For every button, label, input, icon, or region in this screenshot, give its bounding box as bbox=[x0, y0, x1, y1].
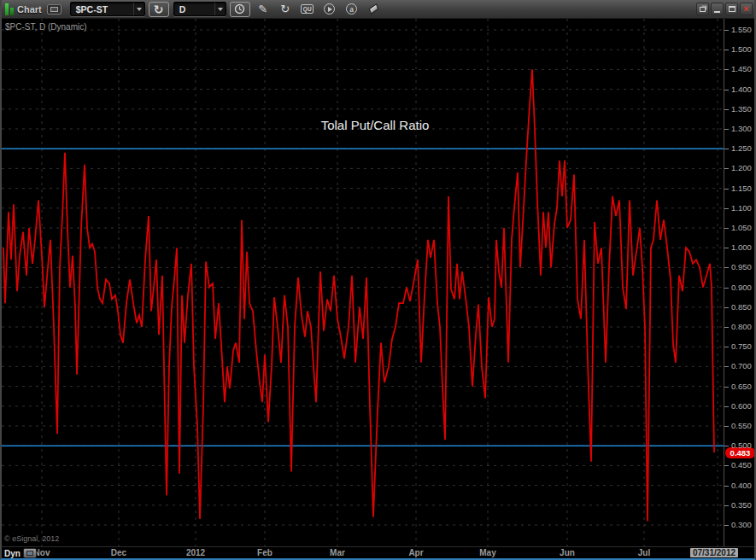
interval-value: D bbox=[174, 4, 214, 15]
quote-button[interactable]: QU bbox=[299, 2, 316, 17]
window-controls: × bbox=[696, 3, 753, 15]
chevron-down-icon bbox=[137, 8, 142, 11]
price-tick-label: 0.300 bbox=[731, 520, 752, 529]
interval-combobox[interactable]: D bbox=[173, 2, 226, 16]
maximize-icon bbox=[729, 6, 735, 12]
price-tick-label: 0.400 bbox=[731, 481, 752, 490]
axis-tick bbox=[724, 288, 729, 289]
axis-tick bbox=[724, 168, 729, 169]
price-tick-label: 1.100 bbox=[731, 203, 752, 213]
window-title: Chart bbox=[17, 4, 42, 15]
time-template-control: Dyn bbox=[4, 547, 37, 559]
interval-dropdown-button[interactable] bbox=[214, 3, 226, 15]
chart-text-annotation[interactable]: Tolal Put/Call Ratio bbox=[321, 118, 430, 132]
price-tick-label: 0.350 bbox=[731, 500, 752, 510]
axis-tick bbox=[724, 426, 729, 427]
axis-tick bbox=[724, 327, 729, 328]
time-tick-label: 2012 bbox=[186, 548, 205, 557]
popout-button[interactable] bbox=[696, 3, 709, 15]
symbol-lookup-button[interactable]: ↻ bbox=[149, 2, 169, 17]
price-tick-label: 0.900 bbox=[731, 283, 752, 292]
time-template-button[interactable] bbox=[23, 548, 37, 558]
minimize-icon bbox=[714, 11, 720, 13]
current-date-badge: 07/31/2012 bbox=[690, 548, 738, 557]
price-tick-label: 0.550 bbox=[731, 421, 752, 430]
axis-tick bbox=[724, 387, 729, 388]
price-tick-label: 0.600 bbox=[731, 401, 752, 411]
clock-icon bbox=[234, 3, 245, 15]
price-tick-label: 0.850 bbox=[731, 302, 752, 312]
price-tick-label: 0.700 bbox=[731, 361, 752, 370]
price-tick-label: 1.350 bbox=[731, 104, 752, 114]
esignal-chart-icon bbox=[5, 3, 14, 15]
axis-tick bbox=[724, 90, 729, 90]
axis-tick bbox=[724, 50, 729, 50]
price-tick-label: 1.050 bbox=[731, 223, 752, 232]
play-button[interactable] bbox=[321, 2, 338, 17]
axis-tick bbox=[724, 307, 729, 308]
price-tick-label: 1.450 bbox=[731, 64, 752, 73]
axis-tick bbox=[724, 465, 729, 466]
time-tick-label: Jun bbox=[560, 548, 575, 557]
axis-tick bbox=[724, 525, 729, 526]
symbol-value: $PC-ST bbox=[71, 4, 133, 15]
axis-tick bbox=[724, 228, 729, 229]
chart-canvas[interactable]: $PC-ST, D (Dynamic) Tolal Put/Call Ratio… bbox=[2, 19, 724, 546]
axis-tick bbox=[724, 109, 729, 110]
eraser-icon bbox=[369, 3, 378, 15]
refresh-circle-icon: ↻ bbox=[154, 3, 164, 15]
minimize-button[interactable] bbox=[711, 3, 724, 15]
axis-tick bbox=[724, 446, 729, 446]
price-tick-label: 1.300 bbox=[731, 124, 752, 133]
play-circle-icon bbox=[324, 3, 335, 15]
axis-tick bbox=[724, 208, 729, 209]
axis-tick bbox=[724, 366, 729, 367]
auto-circle-icon: a bbox=[346, 3, 357, 15]
auto-scale-button[interactable]: a bbox=[343, 2, 360, 17]
chart-window: Chart $PC-ST ↻ D ✎ ↻ QU bbox=[0, 0, 756, 560]
axis-tick bbox=[724, 189, 729, 190]
price-tick-label: 1.250 bbox=[731, 143, 752, 153]
price-tick-label: 1.500 bbox=[731, 44, 752, 54]
axis-tick bbox=[724, 267, 729, 268]
symbol-dropdown-button[interactable] bbox=[133, 3, 144, 15]
axis-tick bbox=[724, 69, 729, 70]
axis-tick bbox=[724, 406, 729, 407]
eraser-button[interactable] bbox=[366, 2, 383, 17]
time-tick-label: May bbox=[479, 548, 495, 557]
time-axis[interactable]: Dyn NovDec2012FebMarAprMayJunJul07/31/20… bbox=[2, 546, 756, 558]
time-interval-button[interactable] bbox=[230, 2, 250, 17]
reload-button[interactable]: ↻ bbox=[277, 2, 294, 17]
price-tick-label: 0.500 bbox=[731, 440, 752, 450]
time-tick-label: Apr bbox=[408, 548, 423, 557]
price-tick-label: 1.000 bbox=[731, 242, 752, 252]
maximize-button[interactable] bbox=[725, 3, 738, 15]
window-link-badge-icon[interactable] bbox=[47, 4, 62, 15]
price-tick-label: 0.750 bbox=[731, 341, 752, 351]
axis-tick bbox=[724, 248, 729, 248]
price-line-series[interactable] bbox=[3, 69, 714, 521]
circular-arrow-icon: ↻ bbox=[280, 3, 290, 15]
price-tick-label: 0.800 bbox=[731, 322, 752, 331]
axis-tick bbox=[724, 149, 729, 149]
draw-pencil-button[interactable]: ✎ bbox=[255, 2, 272, 17]
copyright-label: © eSignal, 2012 bbox=[4, 534, 59, 543]
time-tick-label: Dec bbox=[111, 548, 126, 557]
close-button[interactable]: × bbox=[740, 3, 753, 15]
price-tick-label: 0.450 bbox=[731, 460, 752, 470]
symbol-combobox[interactable]: $PC-ST bbox=[70, 2, 145, 16]
time-template-label: Dyn bbox=[4, 549, 21, 558]
close-icon: × bbox=[743, 4, 748, 14]
time-tick-label: Jul bbox=[638, 548, 650, 557]
price-tick-label: 1.550 bbox=[731, 25, 752, 34]
axis-tick bbox=[724, 347, 729, 347]
chevron-down-icon bbox=[218, 8, 223, 11]
price-axis[interactable]: 0.483 1.5501.5001.4501.4001.3501.3001.25… bbox=[724, 19, 756, 546]
instrument-label: $PC-ST, D (Dynamic) bbox=[5, 22, 87, 32]
axis-tick bbox=[724, 486, 729, 487]
price-tick-label: 1.150 bbox=[731, 184, 752, 193]
price-tick-label: 0.650 bbox=[731, 382, 752, 391]
title-bar: Chart $PC-ST ↻ D ✎ ↻ QU bbox=[0, 0, 756, 19]
price-tick-label: 0.950 bbox=[731, 262, 752, 271]
time-template-icon bbox=[26, 551, 33, 556]
